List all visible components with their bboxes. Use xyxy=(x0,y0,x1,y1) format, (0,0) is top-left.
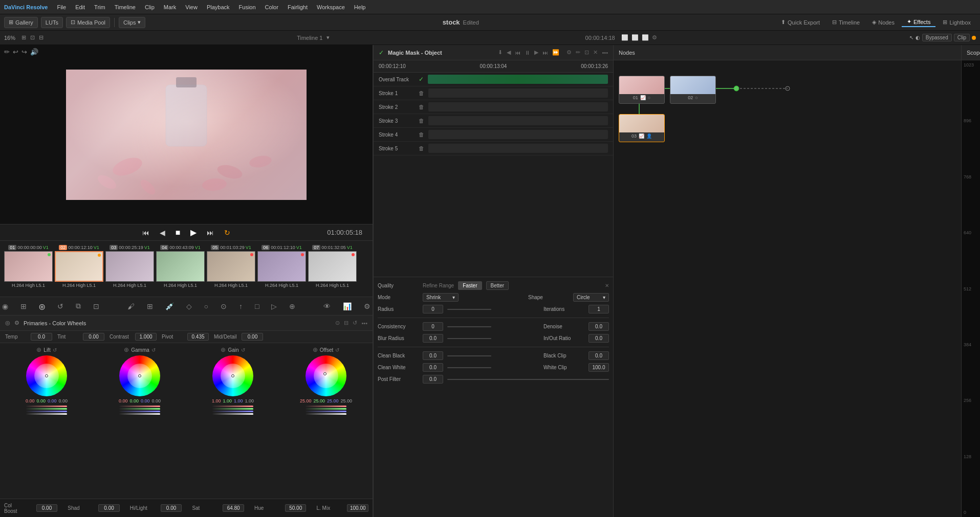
clip-thumb[interactable] xyxy=(105,251,154,282)
tool-refresh-icon[interactable]: ↺ xyxy=(55,300,66,312)
tool-playhead-icon[interactable]: ▷ xyxy=(269,300,279,312)
zoom-out-icon[interactable]: ⊟ xyxy=(39,34,43,41)
tool-circle2-icon[interactable]: ○ xyxy=(202,300,210,312)
menu-color[interactable]: Color xyxy=(261,3,282,11)
tab-lightbox[interactable]: ⊞ Lightbox xyxy=(938,18,976,27)
mm-prev-icon[interactable]: ◀ xyxy=(507,49,511,56)
mm-play-icon[interactable]: ⏸ xyxy=(525,50,530,56)
menu-view[interactable]: View xyxy=(181,3,202,11)
tab-timeline[interactable]: ⊟ Timeline xyxy=(827,18,865,27)
offset-slider-g[interactable] xyxy=(306,408,346,410)
skip-end-btn[interactable]: ⏭ xyxy=(204,228,217,238)
mm-rewind-icon[interactable]: ⏮ xyxy=(515,50,520,56)
lmix-value[interactable]: 100.00 xyxy=(347,504,368,512)
mm-down-icon[interactable]: ⬇ xyxy=(498,49,503,56)
loop-btn[interactable]: ↻ xyxy=(221,228,233,238)
fit-icon[interactable]: ⊡ xyxy=(30,34,35,41)
mm-more-icon[interactable]: ••• xyxy=(602,50,608,56)
mm-forward-icon[interactable]: ▶ xyxy=(534,49,538,56)
gamma-reset-btn[interactable]: ↺ xyxy=(151,347,156,353)
mm-pencil-icon[interactable]: ✏ xyxy=(576,49,580,56)
node-01[interactable]: 01 📈 ○ xyxy=(619,76,665,104)
timeline-name[interactable]: Timeline 1 xyxy=(297,35,322,41)
menu-edit[interactable]: Edit xyxy=(71,3,89,11)
gain-slider-g[interactable] xyxy=(212,408,253,410)
iterations-value[interactable]: 1 xyxy=(589,305,609,313)
bypass-button[interactable]: Bypassed xyxy=(922,34,952,41)
stroke2-delete-icon[interactable]: 🗑 xyxy=(419,104,424,110)
color-wheel-icon[interactable]: ◎ xyxy=(5,320,10,326)
clip-thumb[interactable] xyxy=(4,251,53,282)
stop-btn[interactable]: ■ xyxy=(172,227,184,238)
hilight-value[interactable]: 0.00 xyxy=(161,504,182,512)
pivot-value[interactable]: 0.435 xyxy=(187,333,209,341)
radius-slider[interactable] xyxy=(447,309,491,310)
black-clip-value[interactable]: 0.0 xyxy=(589,351,609,360)
undo-icon[interactable]: ↩ xyxy=(13,48,18,56)
play-btn[interactable]: ▶ xyxy=(187,227,200,238)
viewer-icon4[interactable]: ⚙ xyxy=(652,34,657,41)
overall-check-icon[interactable]: ✓ xyxy=(419,76,424,83)
white-clip-value[interactable]: 100.0 xyxy=(589,363,609,372)
menu-mark[interactable]: Mark xyxy=(160,3,180,11)
offset-slider-r[interactable] xyxy=(306,406,346,407)
viewer-icon1[interactable]: ⬜ xyxy=(621,34,628,41)
inout-value[interactable]: 0.0 xyxy=(589,334,609,343)
tab-nodes[interactable]: ◈ Nodes xyxy=(867,18,900,27)
tool-grid-icon[interactable]: ⊞ xyxy=(145,300,155,312)
better-btn[interactable]: Better xyxy=(486,281,509,290)
track-row-stroke5[interactable]: Stroke 5 🗑 xyxy=(374,142,613,155)
tool-diamond-icon[interactable]: ◇ xyxy=(184,300,194,312)
clip-item[interactable]: 01 00:00:00:00 V1 H.264 High L5.1 xyxy=(4,245,53,288)
clean-black-slider[interactable] xyxy=(447,355,491,356)
clip-item[interactable]: 06 00:01:12:10 V1 H.264 High L5.1 xyxy=(257,245,306,288)
offset-reset-btn[interactable]: ↺ xyxy=(335,347,339,353)
clip-thumb-active[interactable] xyxy=(55,251,103,282)
pen-icon[interactable]: ✏ xyxy=(4,48,10,56)
gallery-btn[interactable]: ⊞ Gallery xyxy=(4,17,38,28)
blur-value[interactable]: 0.0 xyxy=(423,334,443,343)
offset-slider-b[interactable] xyxy=(306,411,346,412)
sat-value[interactable]: 64.80 xyxy=(223,504,244,512)
track-row-stroke3[interactable]: Stroke 3 🗑 xyxy=(374,114,613,128)
consistency-value[interactable]: 0 xyxy=(423,322,443,331)
gamma-center-icon[interactable]: ⊕ xyxy=(124,346,129,353)
clip-thumb[interactable] xyxy=(156,251,205,282)
denoise-value[interactable]: 0.0 xyxy=(589,322,609,331)
menu-fairlight[interactable]: Fairlight xyxy=(284,3,312,11)
gain-center-icon[interactable]: ⊕ xyxy=(221,346,226,353)
track-row-overall[interactable]: Overall Track ✓ xyxy=(374,73,613,86)
mm-next-icon[interactable]: ⏭ xyxy=(542,50,548,56)
tool-dots-icon[interactable]: ⊡ xyxy=(91,300,101,312)
tool-plus-icon[interactable]: ⊕ xyxy=(287,300,297,312)
gamma-wheel[interactable] xyxy=(119,355,160,396)
mm-options-icon[interactable]: ⊡ xyxy=(584,49,589,56)
quality-close-icon[interactable]: ✕ xyxy=(605,283,609,288)
clip-item[interactable]: 05 00:01:03:29 V1 H.264 High L5.1 xyxy=(207,245,255,288)
timeline-dropdown-icon[interactable]: ▾ xyxy=(326,34,330,41)
redo-icon[interactable]: ↪ xyxy=(21,48,27,56)
stroke3-delete-icon[interactable]: 🗑 xyxy=(419,118,424,124)
tool-eyedropper-icon[interactable]: 💉 xyxy=(163,300,176,312)
clip-thumb[interactable] xyxy=(308,251,357,282)
post-filter-value[interactable]: 0.0 xyxy=(423,375,443,384)
color-panel-mode-icon[interactable]: ⚙ xyxy=(14,320,19,326)
tool-split-icon[interactable]: ⊞ xyxy=(18,300,29,312)
gamma-slider-w[interactable] xyxy=(119,413,160,415)
media-pool-btn[interactable]: ⊡ Media Pool xyxy=(66,17,110,28)
menu-fusion[interactable]: Fusion xyxy=(235,3,260,11)
zoom-in-icon[interactable]: ⊞ xyxy=(21,34,26,41)
offset-slider-w[interactable] xyxy=(306,413,346,415)
blur-slider[interactable] xyxy=(447,338,491,339)
node-03[interactable]: 03 📈 👤 xyxy=(619,114,665,142)
color-panel-collapse-icon[interactable]: ⊟ xyxy=(344,320,349,326)
faster-btn[interactable]: Faster xyxy=(458,281,482,290)
lift-center-icon[interactable]: ⊕ xyxy=(36,346,41,353)
tool-chart-icon[interactable]: 📊 xyxy=(341,300,354,312)
menu-playback[interactable]: Playback xyxy=(203,3,234,11)
consistency-slider[interactable] xyxy=(447,326,491,327)
tool-copy-icon[interactable]: ⧉ xyxy=(74,300,83,312)
col-boost-value[interactable]: 0.00 xyxy=(36,504,58,512)
clip-item[interactable]: 07 00:01:32:05 V1 H.264 High L5.1 xyxy=(308,245,357,288)
lift-slider-b[interactable] xyxy=(26,411,67,412)
